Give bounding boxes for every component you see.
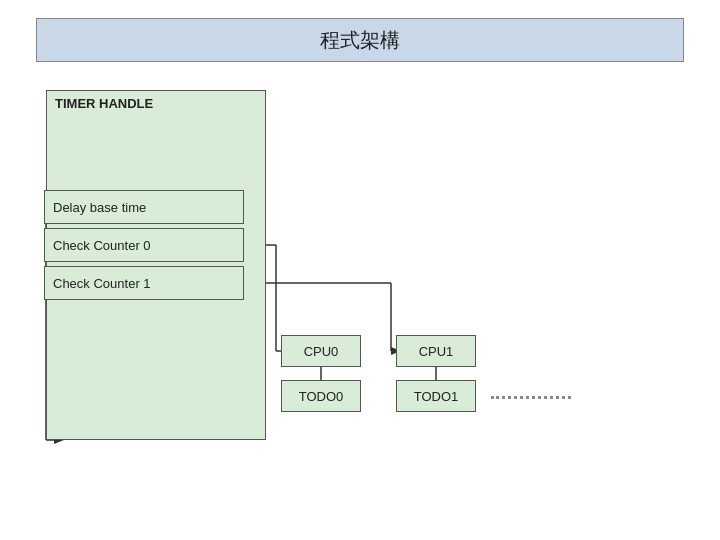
cpu1-box: CPU1 bbox=[396, 335, 476, 367]
page-title: 程式架構 bbox=[320, 27, 400, 54]
check1-label: Check Counter 1 bbox=[53, 276, 151, 291]
todo1-label: TODO1 bbox=[414, 389, 459, 404]
delay-label: Delay base time bbox=[53, 200, 146, 215]
title-bar: 程式架構 bbox=[36, 18, 684, 62]
todo0-label: TODO0 bbox=[299, 389, 344, 404]
cpu0-box: CPU0 bbox=[281, 335, 361, 367]
diagram: TIMER HANDLE Delay base time Check Count… bbox=[36, 80, 676, 510]
dotted-continuation bbox=[491, 396, 571, 399]
delay-base-time-box: Delay base time bbox=[44, 190, 244, 224]
check0-label: Check Counter 0 bbox=[53, 238, 151, 253]
cpu0-label: CPU0 bbox=[304, 344, 339, 359]
timer-handle-box: TIMER HANDLE bbox=[46, 90, 266, 440]
todo0-box: TODO0 bbox=[281, 380, 361, 412]
cpu1-label: CPU1 bbox=[419, 344, 454, 359]
timer-handle-label: TIMER HANDLE bbox=[55, 96, 153, 111]
todo1-box: TODO1 bbox=[396, 380, 476, 412]
check-counter-0-box: Check Counter 0 bbox=[44, 228, 244, 262]
check-counter-1-box: Check Counter 1 bbox=[44, 266, 244, 300]
page: 程式架構 bbox=[0, 0, 720, 540]
